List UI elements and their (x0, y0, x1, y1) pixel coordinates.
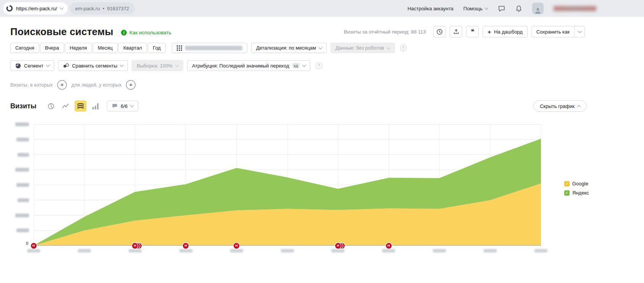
counter-info: em-pack.ru • 91637372 (69, 2, 135, 14)
counter-url: https://em-pack.ru/ (16, 6, 57, 11)
legend-item-Яндекс[interactable]: ✓Яндекс (564, 190, 589, 196)
x-tick-label-redacted (382, 249, 395, 252)
add-to-dashboard-label: На дашборд (494, 29, 523, 35)
chevron-down-icon (386, 45, 390, 49)
history-button[interactable] (433, 26, 446, 37)
counter-id: 91637372 (107, 6, 129, 11)
account-settings-link[interactable]: Настройка аккаунта (407, 6, 453, 11)
x-tick-label-redacted (129, 249, 142, 252)
notes-button[interactable]: ❝ (466, 26, 479, 37)
y-axis-zero-label: 0 (26, 241, 28, 246)
x-tick-label-redacted (484, 249, 497, 252)
y-tick-label-redacted (15, 214, 29, 217)
x-tick-label-redacted (534, 249, 547, 252)
period-button-2[interactable]: Неделя (65, 43, 92, 53)
sampling-dropdown[interactable]: Выборка: 100% (132, 60, 183, 71)
y-tick-label-redacted (18, 198, 29, 202)
help-menu[interactable]: Помощь (463, 6, 488, 11)
legend-item-Google[interactable]: ✓Google (564, 181, 589, 187)
event-marker-icon[interactable]: Н (132, 243, 138, 249)
visits-chart: 0 НННННН ✓Google✓Яндекс (0, 124, 644, 262)
period-button-0[interactable]: Сегодня (10, 43, 39, 53)
export-button[interactable] (450, 26, 462, 37)
topbar-right: Настройка аккаунта Помощь (407, 3, 596, 14)
counter-selector[interactable]: https://em-pack.ru/ (3, 2, 68, 14)
x-tick-label-redacted (433, 249, 446, 252)
help-label: Помощь (463, 6, 483, 11)
user-email-redacted (554, 6, 596, 11)
chart-title: Визиты (10, 102, 36, 110)
period-button-3[interactable]: Месяц (93, 43, 118, 53)
y-tick-label-redacted (15, 168, 29, 172)
chart-type-pie-button[interactable] (45, 101, 56, 111)
account-settings-label: Настройка аккаунта (407, 6, 453, 11)
sampling-label: Выборка: 100% (137, 63, 173, 69)
date-range-button[interactable] (172, 43, 247, 53)
add-to-dashboard-button[interactable]: + На дашборд (483, 26, 527, 37)
period-button-4[interactable]: Квартал (118, 43, 147, 53)
chat-icon[interactable] (498, 5, 505, 12)
y-tick-label-redacted (16, 228, 29, 232)
chevron-down-icon (130, 104, 134, 108)
detalization-dropdown[interactable]: Детализация: по месяцам (251, 43, 327, 53)
clock-icon (436, 29, 443, 35)
attribution-dropdown[interactable]: Атрибуция: Последний значимый переход кд (187, 60, 310, 71)
save-as-label: Сохранить как (536, 29, 570, 35)
event-marker-icon[interactable]: Н (31, 243, 37, 249)
export-icon (453, 29, 459, 35)
period-button-group: СегодняВчераНеделяМесяцКварталГод (10, 43, 166, 53)
event-marker-icon[interactable]: Н (386, 243, 392, 249)
x-tick-label-redacted (179, 249, 192, 252)
event-marker-group: Н (386, 243, 392, 249)
comment-bubble-icon (112, 103, 118, 109)
data-mode-dropdown[interactable]: Данные: без роботов (331, 43, 395, 53)
help-question-icon[interactable]: ? (316, 63, 322, 69)
chart-type-stacked-area-button[interactable] (75, 101, 86, 111)
divider (574, 26, 575, 37)
compare-segments-dropdown[interactable]: Сравнить сегменты (58, 60, 128, 71)
legend-label: Яндекс (572, 190, 589, 196)
event-marker-icon[interactable]: Н (234, 243, 239, 249)
info-icon: i (121, 30, 127, 35)
legend-label: Google (572, 181, 588, 187)
stacked-area-chart-icon (77, 103, 84, 109)
yandex-metrica-logo-icon (6, 5, 13, 12)
compare-segments-icon (63, 63, 69, 68)
chevron-down-icon (60, 6, 63, 10)
event-marker-group: Н (335, 243, 341, 249)
comments-count: 6/6 (121, 103, 128, 109)
notifications-bell-icon[interactable] (515, 5, 522, 12)
hide-chart-label: Скрыть график (540, 103, 575, 109)
visits-condition-label: Визиты, в которых (10, 82, 53, 88)
add-people-condition-button[interactable]: + (126, 80, 136, 90)
page-header: Поисковые системы i Как использовать Виз… (0, 17, 644, 37)
event-marker-icon[interactable]: Н (335, 243, 341, 249)
calendar-grid-icon (177, 45, 182, 51)
event-marker-group: Н (132, 243, 138, 249)
chevron-down-icon (302, 63, 306, 67)
event-markers: НННННН (34, 124, 541, 246)
period-button-5[interactable]: Год (148, 43, 166, 53)
how-to-use-label: Как использовать (129, 30, 171, 35)
event-marker-group: Н (183, 243, 189, 249)
how-to-use-link[interactable]: i Как использовать (121, 30, 171, 35)
page-title: Поисковые системы (10, 26, 113, 37)
chart-toolbar: Визиты 6/6 Скрыть график (0, 100, 644, 112)
plus-icon: + (487, 29, 491, 35)
segment-dropdown[interactable]: Сегмент (10, 60, 54, 71)
chart-type-line-button[interactable] (60, 101, 71, 111)
user-avatar[interactable] (532, 3, 544, 14)
period-button-1[interactable]: Вчера (40, 43, 64, 53)
add-visit-condition-button[interactable]: + (57, 80, 67, 90)
save-as-button[interactable]: Сохранить как (531, 26, 585, 37)
event-marker-group: Н (31, 243, 37, 249)
event-marker-icon[interactable]: Н (183, 243, 189, 249)
help-question-icon[interactable]: ? (400, 45, 407, 51)
conditions-row: Визиты, в которых + для людей, у которых… (0, 80, 644, 90)
comments-dropdown[interactable]: 6/6 (107, 101, 138, 111)
y-tick-label-redacted (16, 138, 29, 142)
date-range-redacted (185, 46, 242, 50)
chart-type-columns-button[interactable] (90, 101, 101, 111)
x-tick-label-redacted (331, 249, 344, 252)
hide-chart-button[interactable]: Скрыть график (533, 100, 587, 112)
